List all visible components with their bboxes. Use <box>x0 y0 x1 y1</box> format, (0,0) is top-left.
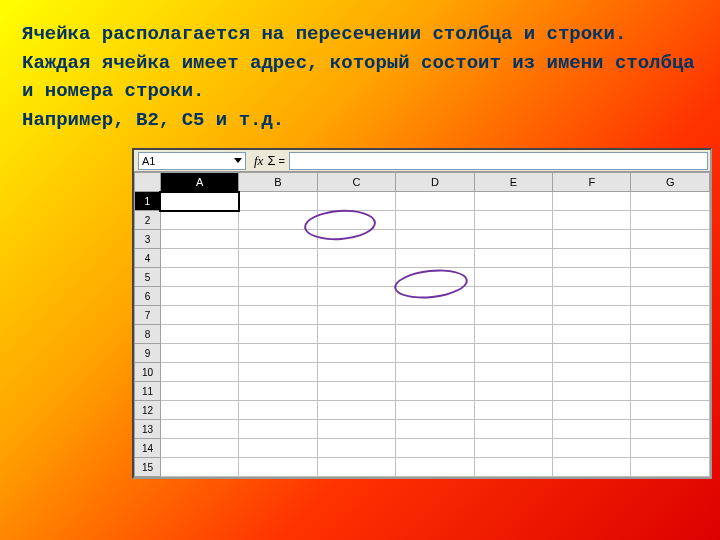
cell-C13[interactable] <box>317 420 395 439</box>
cell-G14[interactable] <box>631 439 710 458</box>
cell-B9[interactable] <box>239 344 317 363</box>
cell-A11[interactable] <box>160 382 238 401</box>
cell-B8[interactable] <box>239 325 317 344</box>
cell-B15[interactable] <box>239 458 317 477</box>
cell-A12[interactable] <box>160 401 238 420</box>
cell-D10[interactable] <box>396 363 474 382</box>
cell-F2[interactable] <box>553 211 631 230</box>
cell-B1[interactable] <box>239 192 317 211</box>
cell-G8[interactable] <box>631 325 710 344</box>
cell-F3[interactable] <box>553 230 631 249</box>
cell-A5[interactable] <box>160 268 238 287</box>
spreadsheet-grid[interactable]: A B C D E F G 123456789101112131415 <box>134 172 710 477</box>
row-header-5[interactable]: 5 <box>135 268 161 287</box>
cell-B2[interactable] <box>239 211 317 230</box>
fx-icon[interactable]: fx <box>254 153 263 169</box>
cell-D15[interactable] <box>396 458 474 477</box>
row-header-4[interactable]: 4 <box>135 249 161 268</box>
cell-E10[interactable] <box>474 363 552 382</box>
chevron-down-icon[interactable] <box>234 158 242 163</box>
cell-G11[interactable] <box>631 382 710 401</box>
cell-A4[interactable] <box>160 249 238 268</box>
cell-G15[interactable] <box>631 458 710 477</box>
equals-icon[interactable]: = <box>278 155 284 167</box>
cell-B3[interactable] <box>239 230 317 249</box>
cell-F8[interactable] <box>553 325 631 344</box>
cell-B6[interactable] <box>239 287 317 306</box>
cell-B14[interactable] <box>239 439 317 458</box>
cell-A14[interactable] <box>160 439 238 458</box>
sigma-icon[interactable]: Σ <box>267 153 275 168</box>
cell-A9[interactable] <box>160 344 238 363</box>
cell-B10[interactable] <box>239 363 317 382</box>
cell-B11[interactable] <box>239 382 317 401</box>
cell-G6[interactable] <box>631 287 710 306</box>
cell-E1[interactable] <box>474 192 552 211</box>
cell-A8[interactable] <box>160 325 238 344</box>
cell-C10[interactable] <box>317 363 395 382</box>
cell-E7[interactable] <box>474 306 552 325</box>
cell-G13[interactable] <box>631 420 710 439</box>
cell-F15[interactable] <box>553 458 631 477</box>
col-header-C[interactable]: C <box>317 173 395 192</box>
row-header-14[interactable]: 14 <box>135 439 161 458</box>
cell-C5[interactable] <box>317 268 395 287</box>
col-header-F[interactable]: F <box>553 173 631 192</box>
cell-C7[interactable] <box>317 306 395 325</box>
cell-G2[interactable] <box>631 211 710 230</box>
cell-D7[interactable] <box>396 306 474 325</box>
cell-E14[interactable] <box>474 439 552 458</box>
cell-B4[interactable] <box>239 249 317 268</box>
cell-E9[interactable] <box>474 344 552 363</box>
cell-C3[interactable] <box>317 230 395 249</box>
cell-G7[interactable] <box>631 306 710 325</box>
cell-E3[interactable] <box>474 230 552 249</box>
cell-F12[interactable] <box>553 401 631 420</box>
row-header-2[interactable]: 2 <box>135 211 161 230</box>
cell-F13[interactable] <box>553 420 631 439</box>
cell-C12[interactable] <box>317 401 395 420</box>
col-header-E[interactable]: E <box>474 173 552 192</box>
cell-A6[interactable] <box>160 287 238 306</box>
cell-A2[interactable] <box>160 211 238 230</box>
cell-E5[interactable] <box>474 268 552 287</box>
cell-F4[interactable] <box>553 249 631 268</box>
cell-C9[interactable] <box>317 344 395 363</box>
cell-F10[interactable] <box>553 363 631 382</box>
cell-F5[interactable] <box>553 268 631 287</box>
cell-D12[interactable] <box>396 401 474 420</box>
row-header-8[interactable]: 8 <box>135 325 161 344</box>
cell-A13[interactable] <box>160 420 238 439</box>
cell-G5[interactable] <box>631 268 710 287</box>
row-header-13[interactable]: 13 <box>135 420 161 439</box>
cell-G12[interactable] <box>631 401 710 420</box>
cell-F14[interactable] <box>553 439 631 458</box>
row-header-9[interactable]: 9 <box>135 344 161 363</box>
row-header-3[interactable]: 3 <box>135 230 161 249</box>
row-header-12[interactable]: 12 <box>135 401 161 420</box>
cell-E13[interactable] <box>474 420 552 439</box>
cell-C11[interactable] <box>317 382 395 401</box>
cell-E4[interactable] <box>474 249 552 268</box>
cell-C2[interactable] <box>317 211 395 230</box>
cell-B5[interactable] <box>239 268 317 287</box>
cell-B12[interactable] <box>239 401 317 420</box>
cell-E11[interactable] <box>474 382 552 401</box>
col-header-A[interactable]: A <box>160 173 238 192</box>
cell-D3[interactable] <box>396 230 474 249</box>
cell-E2[interactable] <box>474 211 552 230</box>
cell-A15[interactable] <box>160 458 238 477</box>
cell-A3[interactable] <box>160 230 238 249</box>
cell-E6[interactable] <box>474 287 552 306</box>
cell-C14[interactable] <box>317 439 395 458</box>
col-header-G[interactable]: G <box>631 173 710 192</box>
cell-A1[interactable] <box>160 192 238 211</box>
cell-F7[interactable] <box>553 306 631 325</box>
cell-C8[interactable] <box>317 325 395 344</box>
cell-G9[interactable] <box>631 344 710 363</box>
row-header-7[interactable]: 7 <box>135 306 161 325</box>
cell-A7[interactable] <box>160 306 238 325</box>
cell-D2[interactable] <box>396 211 474 230</box>
row-header-6[interactable]: 6 <box>135 287 161 306</box>
cell-E8[interactable] <box>474 325 552 344</box>
